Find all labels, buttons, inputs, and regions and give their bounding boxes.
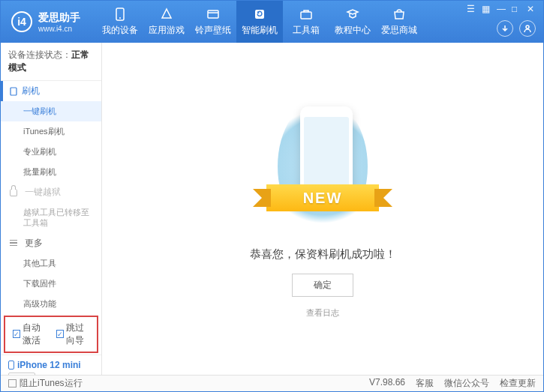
tab-store[interactable]: 爱思商城 [376, 1, 422, 43]
sidebar-item-batch[interactable]: 批量刷机 [1, 162, 101, 182]
close-icon[interactable]: ✕ [527, 4, 537, 14]
checkbox-auto-activate[interactable]: ✓自动激活 [13, 322, 46, 347]
phone-icon [10, 87, 17, 96]
new-banner: NEW [266, 184, 379, 211]
svg-rect-6 [11, 88, 17, 95]
device-info[interactable]: iPhone 12 mini 64GB Down-12mini-13,1 [1, 355, 101, 375]
svg-rect-4 [301, 12, 311, 19]
svg-point-5 [526, 25, 529, 28]
device-phone-icon [8, 361, 14, 370]
app-url: www.i4.cn [38, 25, 80, 33]
lock-icon [10, 189, 17, 196]
logo-icon: i4 [11, 11, 32, 32]
tab-ringtones[interactable]: 铃声壁纸 [190, 1, 236, 43]
main-content: NEW 恭喜您，保资料刷机成功啦！ 确定 查看日志 [102, 43, 543, 375]
checkbox-skip-guide[interactable]: ✓跳过向导 [56, 322, 89, 347]
version-label: V7.98.66 [369, 377, 405, 390]
sidebar-item-itunes[interactable]: iTunes刷机 [1, 121, 101, 142]
wechat-link[interactable]: 微信公众号 [444, 377, 489, 390]
view-log-link[interactable]: 查看日志 [306, 307, 339, 319]
jailbreak-note: 越狱工具已转移至工具箱 [1, 202, 101, 233]
ok-button[interactable]: 确定 [292, 274, 353, 297]
tab-toolbox[interactable]: 工具箱 [283, 1, 329, 43]
checkbox-icon [8, 379, 17, 388]
support-link[interactable]: 客服 [416, 377, 434, 390]
menu-icon[interactable]: ☰ [467, 4, 477, 14]
sidebar-item-oneclick[interactable]: 一键刷机 [1, 101, 101, 121]
tab-apps[interactable]: 应用游戏 [143, 1, 190, 43]
list-icon [10, 240, 17, 247]
app-header: i4 爱思助手 www.i4.cn 我的设备 应用游戏 铃声壁纸 智能刷机 工具… [1, 1, 543, 43]
nav-tabs: 我的设备 应用游戏 铃声壁纸 智能刷机 工具箱 教程中心 爱思商城 [97, 1, 422, 43]
status-bar: 阻止iTunes运行 V7.98.66 客服 微信公众号 检查更新 [1, 375, 543, 391]
checkbox-highlight-row: ✓自动激活 ✓跳过向导 [4, 316, 98, 353]
success-illustration: NEW [278, 99, 368, 234]
sidebar-cat-flash[interactable]: 刷机 [1, 81, 101, 101]
success-message: 恭喜您，保资料刷机成功啦！ [250, 247, 396, 262]
device-name: iPhone 12 mini [8, 360, 94, 370]
app-name: 爱思助手 [38, 11, 80, 25]
window-controls: ☰ ▦ — □ ✕ [467, 4, 537, 14]
tab-my-device[interactable]: 我的设备 [97, 1, 143, 43]
sidebar-item-other[interactable]: 其他工具 [1, 253, 101, 274]
checkbox-icon: ✓ [13, 330, 20, 338]
maximize-icon[interactable]: □ [512, 4, 522, 14]
sidebar-cat-more[interactable]: 更多 [1, 233, 101, 253]
svg-rect-2 [208, 10, 218, 18]
checkbox-icon: ✓ [56, 330, 64, 338]
tab-flash[interactable]: 智能刷机 [236, 1, 283, 43]
download-button[interactable] [497, 20, 513, 37]
checkbox-block-itunes[interactable]: 阻止iTunes运行 [8, 377, 83, 390]
sidebar-item-pro[interactable]: 专业刷机 [1, 142, 101, 162]
sidebar-item-firmware[interactable]: 下载固件 [1, 274, 101, 294]
svg-point-1 [119, 17, 121, 19]
sidebar: 设备连接状态：正常模式 刷机 一键刷机 iTunes刷机 专业刷机 批量刷机 一… [1, 43, 102, 375]
sidebar-cat-jailbreak[interactable]: 一键越狱 [1, 182, 101, 202]
connection-status: 设备连接状态：正常模式 [1, 43, 101, 81]
user-button[interactable] [519, 20, 536, 37]
tab-tutorials[interactable]: 教程中心 [329, 1, 376, 43]
logo-area: i4 爱思助手 www.i4.cn [1, 11, 91, 33]
minimize-icon[interactable]: — [497, 4, 507, 14]
check-update-link[interactable]: 检查更新 [500, 377, 536, 390]
sidebar-item-advanced[interactable]: 高级功能 [1, 294, 101, 314]
lock-window-icon[interactable]: ▦ [482, 4, 492, 14]
